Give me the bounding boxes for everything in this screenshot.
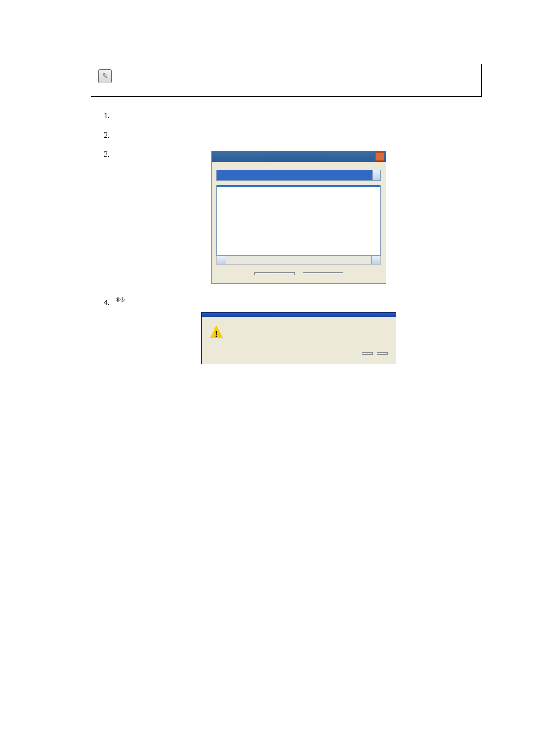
step-3 [112,149,482,284]
scroll-left-icon[interactable] [217,256,226,264]
top-rule [54,40,482,40]
hardware-installation-dialog: ! [201,312,396,364]
step-1 [112,110,482,122]
horizontal-scrollbar[interactable] [216,256,381,265]
reg-mark-2: ® [120,296,125,303]
ok-button[interactable] [254,272,295,275]
warning-icon: ! [210,325,223,339]
dialog2-title [202,313,396,317]
dialog1-titlebar [212,151,386,162]
scroll-right-icon[interactable] [371,256,380,264]
step-2 [112,130,482,141]
scroll-track[interactable] [226,256,371,264]
reg-mark-1: ® [116,296,120,303]
step-4: ®® ! [112,296,482,364]
bottom-rule [54,732,482,732]
stop-installation-button[interactable] [377,352,388,355]
adapter-combobox[interactable] [216,170,381,181]
monitor-listbox[interactable] [216,185,381,256]
cancel-button[interactable] [303,272,343,275]
steps-list: ®® ! [54,110,482,364]
list-item[interactable] [217,185,380,187]
note-icon: ✎ [98,69,112,83]
adapter-selected [217,170,372,180]
chevron-down-icon[interactable] [372,170,380,180]
close-button[interactable] [375,152,384,161]
continue-anyway-button[interactable] [362,352,373,355]
note-box: ✎ [91,64,482,97]
samsung-installer-dialog [211,151,386,284]
